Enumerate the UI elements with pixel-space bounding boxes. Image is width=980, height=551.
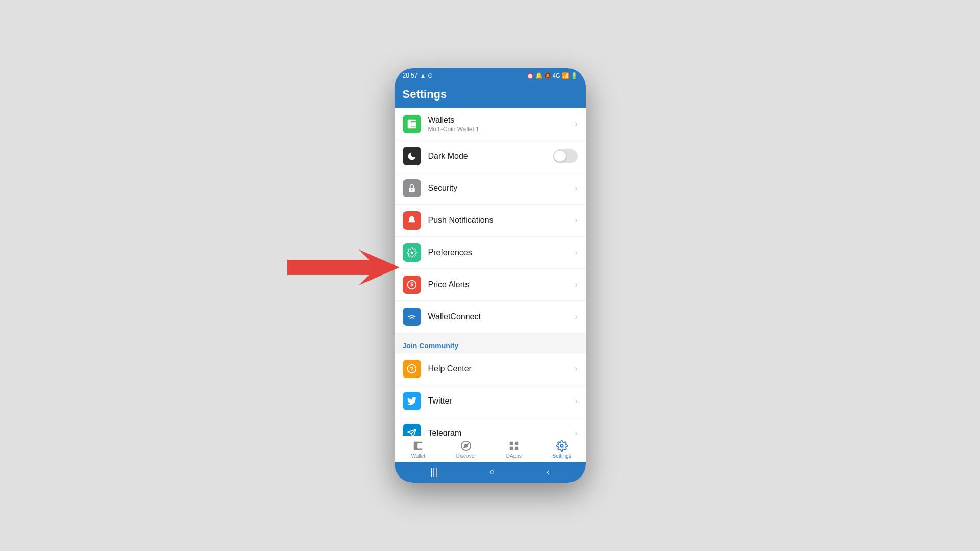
community-section: Help Center › Twitter ›	[395, 353, 586, 436]
status-bar: 20:57 ▲ ⊝ ⏰ 🔔 🔕 4G 📶 🔋	[395, 68, 586, 83]
battery-icon: 🔋	[571, 72, 578, 79]
svg-rect-13	[515, 442, 518, 445]
nav-settings-label: Settings	[553, 453, 571, 459]
wallets-sublabel: Multi-Coin Wallet 1	[428, 126, 575, 133]
menu-item-help-center[interactable]: Help Center ›	[395, 353, 586, 385]
dark-mode-icon	[403, 147, 421, 165]
svg-point-3	[411, 189, 412, 191]
network-icon: 4G	[553, 72, 560, 79]
community-section-label: Join Community	[395, 337, 586, 353]
svg-rect-12	[510, 442, 513, 445]
home-button[interactable]: ○	[489, 467, 495, 478]
telegram-chevron: ›	[575, 429, 577, 436]
phone-frame: 20:57 ▲ ⊝ ⏰ 🔔 🔕 4G 📶 🔋 Settings	[395, 68, 586, 483]
svg-text:$: $	[410, 282, 413, 287]
page-title: Settings	[403, 88, 578, 101]
telegram-label: Telegram	[428, 429, 575, 436]
menu-item-walletconnect[interactable]: WalletConnect ›	[395, 301, 586, 333]
dark-mode-toggle[interactable]	[553, 149, 578, 163]
menu-item-preferences[interactable]: Preferences ›	[395, 237, 586, 269]
status-time: 20:57	[403, 72, 418, 79]
security-chevron: ›	[575, 184, 577, 193]
twitter-chevron: ›	[575, 396, 577, 406]
svg-point-5	[410, 252, 413, 254]
push-notifications-icon	[403, 211, 421, 230]
settings-header: Settings	[395, 83, 586, 108]
menu-item-security[interactable]: Security ›	[395, 172, 586, 205]
menu-item-wallets[interactable]: Wallets Multi-Coin Wallet 1 ›	[395, 108, 586, 140]
nav-dapps-label: DApps	[506, 453, 522, 459]
security-icon	[403, 179, 421, 197]
wallets-icon	[403, 115, 421, 133]
svg-marker-0	[287, 249, 400, 285]
toggle-knob	[554, 151, 566, 162]
bell-icon: 🔔	[535, 72, 543, 79]
settings-content: Wallets Multi-Coin Wallet 1 › Dark Mode	[395, 108, 586, 436]
preferences-label: Preferences	[428, 248, 575, 257]
recent-apps-button[interactable]: |||	[430, 467, 437, 478]
nav-item-wallet[interactable]: Wallet	[395, 439, 443, 460]
help-center-icon	[403, 360, 421, 378]
nav-item-dapps[interactable]: DApps	[490, 439, 538, 460]
twitter-label: Twitter	[428, 396, 575, 406]
svg-point-16	[560, 444, 564, 447]
push-notifications-label: Push Notifications	[428, 216, 575, 225]
price-alerts-chevron: ›	[575, 280, 577, 289]
wallets-label: Wallets	[428, 116, 575, 125]
wifi-icon: 📶	[562, 72, 569, 79]
svg-point-1	[413, 124, 414, 126]
dark-mode-label: Dark Mode	[428, 152, 553, 161]
status-signal-icon: ⊝	[428, 72, 433, 79]
menu-item-dark-mode[interactable]: Dark Mode	[395, 140, 586, 172]
back-button[interactable]: ‹	[547, 467, 550, 478]
nav-item-settings[interactable]: Settings	[538, 439, 586, 460]
system-navigation-bar: ||| ○ ‹	[395, 462, 586, 483]
svg-point-9	[411, 371, 412, 371]
preferences-chevron: ›	[575, 248, 577, 257]
walletconnect-label: WalletConnect	[428, 312, 575, 321]
svg-rect-15	[515, 447, 518, 450]
nav-wallet-label: Wallet	[411, 453, 425, 459]
nav-discover-label: Discover	[456, 453, 476, 459]
push-notifications-chevron: ›	[575, 216, 577, 225]
walletconnect-chevron: ›	[575, 312, 577, 321]
menu-item-twitter[interactable]: Twitter ›	[395, 385, 586, 417]
price-alerts-icon: $	[403, 276, 421, 294]
help-center-chevron: ›	[575, 364, 577, 373]
preferences-icon	[403, 243, 421, 262]
svg-rect-4	[410, 216, 413, 218]
help-center-label: Help Center	[428, 364, 575, 373]
walletconnect-icon	[403, 308, 421, 326]
status-alert-icon: ▲	[420, 72, 426, 79]
price-alerts-label: Price Alerts	[428, 280, 575, 289]
status-left: 20:57 ▲ ⊝	[403, 72, 433, 79]
main-settings-section: Wallets Multi-Coin Wallet 1 › Dark Mode	[395, 108, 586, 333]
menu-item-price-alerts[interactable]: $ Price Alerts ›	[395, 269, 586, 301]
bottom-navigation: Wallet Discover DApps	[395, 436, 586, 462]
wallets-chevron: ›	[575, 119, 577, 129]
security-label: Security	[428, 184, 575, 193]
svg-marker-11	[464, 444, 468, 448]
nav-item-discover[interactable]: Discover	[442, 439, 490, 460]
silent-icon: 🔕	[544, 72, 551, 79]
menu-item-push-notifications[interactable]: Push Notifications ›	[395, 205, 586, 237]
wallets-label-group: Wallets Multi-Coin Wallet 1	[428, 116, 575, 133]
alarm-icon: ⏰	[527, 72, 534, 79]
svg-point-8	[407, 365, 416, 373]
svg-rect-14	[510, 447, 513, 450]
telegram-icon	[403, 424, 421, 436]
twitter-icon	[403, 392, 421, 410]
status-right: ⏰ 🔔 🔕 4G 📶 🔋	[527, 72, 578, 79]
menu-item-telegram[interactable]: Telegram ›	[395, 417, 586, 436]
